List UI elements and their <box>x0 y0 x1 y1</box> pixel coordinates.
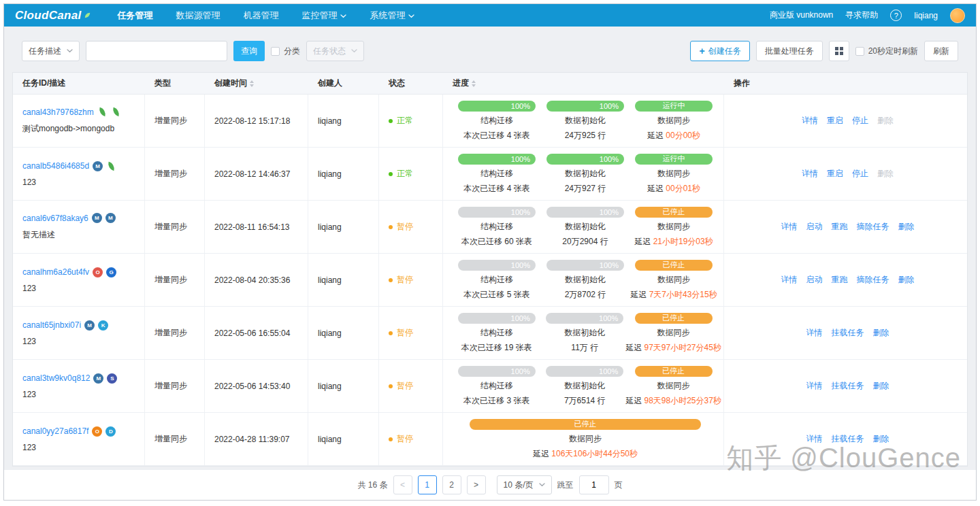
nav-item-system[interactable]: 系统管理 <box>370 10 414 22</box>
op-start-link[interactable]: 启动 <box>806 274 823 286</box>
task-table: 任务ID/描述类型创建时间创建人状态进度操作 canal43h79768zhm测… <box>12 72 968 467</box>
created-cell: 2022-08-12 15:17:18 <box>205 95 308 147</box>
op-delete-link: 删除 <box>877 168 894 180</box>
task-id-link[interactable]: canalt65jnbxi07i <box>22 320 81 330</box>
search-type-value: 任务描述 <box>29 46 61 57</box>
created-cell: 2022-05-06 16:55:04 <box>205 307 308 359</box>
sort-icon[interactable] <box>472 80 476 87</box>
nav-item-tasks[interactable]: 任务管理 <box>117 10 152 22</box>
create-task-button[interactable]: + 创建任务 <box>690 41 749 61</box>
op-detail-link[interactable]: 详情 <box>806 327 823 339</box>
status-badge: 正常 <box>389 168 437 180</box>
logo-leaf-icon <box>84 12 91 19</box>
op-mount-link[interactable]: 挂载任务 <box>832 380 864 392</box>
card-view-toggle-button[interactable] <box>829 41 849 61</box>
task-cell: canalt65jnbxi07iMK123 <box>13 307 145 359</box>
filter-bar: 任务描述 查询 分类 任务状态 + 创建任务 批量处理任务 <box>22 41 958 61</box>
op-detach-link[interactable]: 摘除任务 <box>857 221 889 233</box>
op-restart-link[interactable]: 重启 <box>827 168 843 180</box>
progress-stage-detail: 延迟 106天106小时44分50秒 <box>533 448 638 460</box>
status-cell: 暂停 <box>379 413 443 465</box>
op-delete-link[interactable]: 删除 <box>873 327 889 339</box>
op-mount-link[interactable]: 挂载任务 <box>832 433 864 445</box>
nav-item-datasources[interactable]: 数据源管理 <box>176 10 220 22</box>
op-start-link[interactable]: 启动 <box>806 221 823 233</box>
task-id-link[interactable]: canal6v67f8akay6 <box>22 214 88 223</box>
username-label[interactable]: liqiang <box>914 11 938 20</box>
next-page-button[interactable]: > <box>467 475 486 494</box>
target-db-icon: G <box>106 267 116 277</box>
op-detail-link[interactable]: 详情 <box>806 380 823 392</box>
task-id-link[interactable]: canalhm6a26ut4fv <box>22 267 89 277</box>
op-delete-link[interactable]: 删除 <box>873 380 889 392</box>
op-restart-link[interactable]: 重启 <box>827 115 843 126</box>
task-cell: canal43h79768zhm测试mongodb->mongodb <box>13 95 145 147</box>
op-stop-link[interactable]: 停止 <box>852 168 868 180</box>
progress-pill: 100% <box>458 366 536 377</box>
auto-refresh-checkbox[interactable] <box>855 47 864 56</box>
delay-value: 106天106小时44分50秒 <box>551 449 638 458</box>
page-button-1[interactable]: 1 <box>418 475 437 494</box>
delay-prefix: 延迟 <box>647 131 666 140</box>
progress-pill: 100% <box>458 154 536 165</box>
op-delete-link[interactable]: 删除 <box>873 433 889 445</box>
nav-item-monitor[interactable]: 监控管理 <box>301 10 346 22</box>
progress-stage-detail: 延迟 00分01秒 <box>647 183 700 195</box>
op-detach-link[interactable]: 摘除任务 <box>857 274 889 286</box>
task-type: 增量同步 <box>154 221 199 233</box>
progress-stage-label: 数据初始化 <box>565 115 606 126</box>
query-button[interactable]: 查询 <box>233 41 265 61</box>
progress-stage-detail: 24万925 行 <box>565 130 606 141</box>
task-desc: 123 <box>22 337 139 346</box>
help-link[interactable]: 寻求帮助 <box>845 10 878 21</box>
op-detail-link[interactable]: 详情 <box>781 274 798 286</box>
op-detail-link[interactable]: 详情 <box>802 115 818 126</box>
progress-stage-label: 数据初始化 <box>564 380 605 392</box>
op-detail-link[interactable]: 详情 <box>806 433 823 445</box>
leaf-shape <box>98 107 107 116</box>
page-size-select[interactable]: 10 条/页 <box>497 475 552 494</box>
op-delete-link[interactable]: 删除 <box>898 274 915 286</box>
page-button-2[interactable]: 2 <box>442 475 461 494</box>
op-rerun-link[interactable]: 重跑 <box>832 221 848 233</box>
table-row: canal43h79768zhm测试mongodb->mongodb增量同步20… <box>13 95 967 148</box>
category-checkbox[interactable] <box>271 47 280 56</box>
op-delete-link[interactable]: 删除 <box>898 221 915 233</box>
status-dot-icon <box>389 384 393 388</box>
type-cell: 增量同步 <box>145 95 205 147</box>
nav-item-machines[interactable]: 机器管理 <box>243 10 278 22</box>
task-id-link[interactable]: canal0yy27a6817f <box>22 426 88 436</box>
op-mount-link[interactable]: 挂载任务 <box>832 327 864 339</box>
progress-pill: 100% <box>546 366 623 377</box>
prev-page-button[interactable]: < <box>393 475 412 494</box>
batch-task-button[interactable]: 批量处理任务 <box>756 41 823 61</box>
task-id-link[interactable]: canal43h79768zhm <box>22 107 94 117</box>
search-type-select[interactable]: 任务描述 <box>22 41 80 61</box>
progress-stage-detail: 24万927 行 <box>565 183 606 195</box>
task-id-link[interactable]: canal3tw9kv0q812 <box>22 373 90 383</box>
op-stop-link[interactable]: 停止 <box>852 115 868 126</box>
op-rerun-link[interactable]: 重跑 <box>832 274 848 286</box>
chevron-down-icon <box>351 49 357 53</box>
progress-stage-label: 数据初始化 <box>564 327 605 339</box>
progress-stage: 100%数据初始化20万2904 行 <box>541 207 630 248</box>
avatar[interactable] <box>950 8 965 23</box>
help-icon[interactable]: ? <box>890 10 902 21</box>
create-task-label: 创建任务 <box>708 46 741 57</box>
task-desc: 123 <box>22 284 139 293</box>
task-id-line: canalt65jnbxi07iMK <box>22 320 139 331</box>
creator-name: liqiang <box>318 382 373 391</box>
task-table-body: canal43h79768zhm测试mongodb->mongodb增量同步20… <box>13 95 967 466</box>
created-cell: 2022-04-28 11:39:07 <box>205 413 308 465</box>
sort-icon[interactable] <box>250 80 254 87</box>
op-detail-link[interactable]: 详情 <box>802 168 818 180</box>
search-input[interactable] <box>86 41 227 61</box>
question-mark: ? <box>894 12 898 20</box>
jump-page-input[interactable] <box>579 475 609 494</box>
task-id-line: canal43h79768zhm <box>22 107 139 117</box>
op-detail-link[interactable]: 详情 <box>781 221 798 233</box>
chevron-down-icon <box>340 10 346 20</box>
refresh-button[interactable]: 刷新 <box>924 41 958 61</box>
task-id-link[interactable]: canalb5486i4685d <box>22 161 89 171</box>
op-delete-link: 删除 <box>877 115 894 126</box>
